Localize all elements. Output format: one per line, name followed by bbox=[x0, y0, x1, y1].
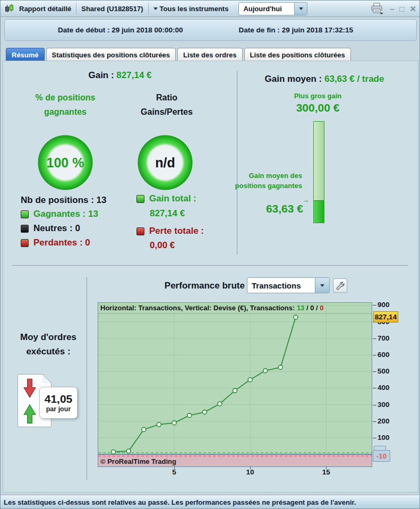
date-range-bar: Date de début : 29 juin 2018 00:00:00 Da… bbox=[4, 19, 417, 41]
y-tick bbox=[373, 438, 376, 438]
y-tick bbox=[373, 338, 376, 339]
vertical-divider bbox=[237, 71, 237, 254]
account-label: Shared (U1828517) bbox=[81, 5, 143, 13]
biggest-gain-label: Plus gros gain bbox=[242, 92, 393, 100]
chart-settings-button[interactable] bbox=[333, 278, 347, 293]
y-tick bbox=[373, 305, 376, 306]
titlebar: Rapport détaillé Shared (U1828517) Tous … bbox=[1, 1, 420, 17]
y-tick bbox=[373, 421, 376, 422]
y-tick-label: 700 bbox=[378, 334, 390, 342]
min-value-badge: -10 bbox=[373, 450, 390, 462]
gain-loss-ratio-title: Ratio Gains/Pertes bbox=[130, 90, 204, 119]
loss-total-label: Perte totale : bbox=[149, 226, 204, 236]
last-value-badge: 827,14 bbox=[373, 311, 398, 323]
x-tick-label: 10 bbox=[242, 468, 258, 476]
y-tick bbox=[373, 405, 376, 405]
y-tick-label: 300 bbox=[378, 401, 390, 409]
horizontal-divider bbox=[12, 265, 408, 266]
window-title: Rapport détaillé bbox=[19, 5, 71, 13]
close-button[interactable]: ✕ bbox=[409, 5, 416, 13]
y-tick-label: 500 bbox=[378, 367, 390, 375]
biggest-gain-value: 300,00 € bbox=[242, 101, 393, 114]
green-square-icon bbox=[136, 195, 144, 203]
chevron-down-icon bbox=[299, 7, 303, 10]
chevron-down-icon bbox=[153, 7, 158, 10]
winners-legend-row: Gagnantes : 13 bbox=[21, 209, 98, 219]
tab-orders-list[interactable]: Liste des ordres bbox=[177, 48, 242, 61]
red-square-icon bbox=[21, 239, 29, 247]
average-gain-title: Gain moyen : 63,63 € / trade bbox=[239, 74, 409, 84]
y-tick-label: 100 bbox=[378, 434, 390, 442]
orders-per-day-box: 41,05 par jour bbox=[39, 387, 78, 419]
report-window: Rapport détaillé Shared (U1828517) Tous … bbox=[0, 0, 420, 509]
arrow-up-icon bbox=[23, 402, 37, 428]
y-tick bbox=[373, 355, 376, 355]
winning-percentage-donut: 100 % bbox=[37, 134, 93, 191]
losers-legend-row: Perdantes : 0 bbox=[21, 237, 90, 248]
winning-percentage-value: 100 % bbox=[47, 155, 84, 171]
orders-per-day-value: 41,05 bbox=[45, 393, 73, 405]
x-axis: 51015 bbox=[98, 468, 372, 478]
gain-total-title: Gain : 827,14 € bbox=[32, 70, 208, 81]
tab-statistics[interactable]: Statistiques des positions clôturées bbox=[46, 48, 176, 61]
black-square-icon bbox=[21, 225, 29, 233]
neutrals-label: Neutres : 0 bbox=[33, 223, 80, 234]
chevron-down-icon bbox=[320, 284, 324, 287]
nb-positions-label: Nb de positions : 13 bbox=[21, 195, 107, 206]
maximize-button[interactable]: □ bbox=[399, 5, 404, 13]
tab-bar: Résumé Statistiques des positions clôtur… bbox=[6, 48, 351, 61]
titlebar-separator bbox=[76, 3, 76, 14]
average-winning-gain-value: 63,63 € bbox=[234, 202, 303, 215]
y-tick-label: 200 bbox=[378, 417, 390, 425]
performance-chart[interactable]: Horizontal: Transactions, Vertical: Devi… bbox=[98, 302, 372, 467]
gain-total-label: Gain total : bbox=[149, 193, 196, 204]
gain-loss-ratio-value: n/d bbox=[155, 155, 175, 171]
orders-per-day-unit: par jour bbox=[46, 405, 71, 413]
loss-total-value: 0,00 € bbox=[150, 240, 175, 251]
tab-resume[interactable]: Résumé bbox=[6, 48, 45, 61]
gain-total-legend-row: Gain total : bbox=[136, 193, 196, 204]
gain-range-bar bbox=[313, 121, 324, 223]
losers-label: Perdantes : 0 bbox=[33, 237, 90, 248]
date-start: Date de début : 29 juin 2018 00:00:00 bbox=[58, 26, 183, 34]
chart-canvas[interactable] bbox=[98, 303, 372, 469]
tab-closed-positions[interactable]: Liste des positions clôturées bbox=[244, 48, 351, 61]
chart-header: Horizontal: Transactions, Vertical: Devi… bbox=[100, 304, 324, 312]
y-tick-label: 900 bbox=[378, 301, 390, 309]
minimize-button[interactable]: – bbox=[390, 5, 394, 13]
performance-mode-select[interactable]: Transactions bbox=[247, 277, 330, 293]
y-tick-label: 400 bbox=[378, 384, 390, 392]
average-winning-gain-caption: Gain moyen des positions gagnantes bbox=[228, 171, 302, 191]
wrench-icon bbox=[336, 281, 345, 291]
instruments-menu[interactable]: Tous les instruments bbox=[153, 5, 229, 13]
green-square-icon bbox=[21, 210, 29, 218]
y-tick-label: 600 bbox=[378, 351, 390, 359]
loss-total-legend-row: Perte totale : bbox=[136, 226, 204, 236]
neutrals-legend-row: Neutres : 0 bbox=[21, 223, 80, 234]
average-gain-fill bbox=[314, 200, 324, 223]
vertical-divider bbox=[87, 277, 87, 480]
x-tick-label: 5 bbox=[166, 468, 182, 476]
red-square-icon bbox=[136, 227, 144, 235]
disclaimer-text: Les statistiques ci-dessus sont relative… bbox=[4, 498, 356, 506]
winners-label: Gagnantes : 13 bbox=[33, 209, 98, 219]
avg-orders-title: Moy d'ordres exécutés : bbox=[10, 330, 87, 359]
status-bar: Les statistiques ci-dessus sont relative… bbox=[1, 495, 420, 509]
titlebar-separator bbox=[148, 3, 149, 14]
print-button[interactable] bbox=[371, 3, 384, 14]
y-tick bbox=[373, 388, 376, 388]
arrow-down-icon bbox=[23, 376, 37, 402]
y-tick bbox=[373, 371, 376, 372]
performance-label: Performance brute bbox=[143, 281, 245, 291]
x-tick-label: 15 bbox=[318, 468, 334, 476]
y-axis: 100200300400500600700800900 bbox=[373, 303, 410, 468]
chart-copyright: © ProRealTime Trading bbox=[100, 457, 176, 465]
period-select[interactable]: Aujourd'hui bbox=[238, 2, 307, 15]
gain-total-value: 827,14 € bbox=[150, 208, 185, 219]
period-select-arrow[interactable] bbox=[294, 3, 307, 15]
candlestick-icon bbox=[5, 4, 14, 13]
winning-positions-title: % de positions gagnantes bbox=[31, 90, 99, 119]
gain-loss-ratio-donut: n/d bbox=[137, 134, 193, 191]
performance-select-arrow[interactable] bbox=[315, 278, 329, 293]
date-end: Date de fin : 29 juin 2018 17:32:15 bbox=[239, 26, 353, 34]
